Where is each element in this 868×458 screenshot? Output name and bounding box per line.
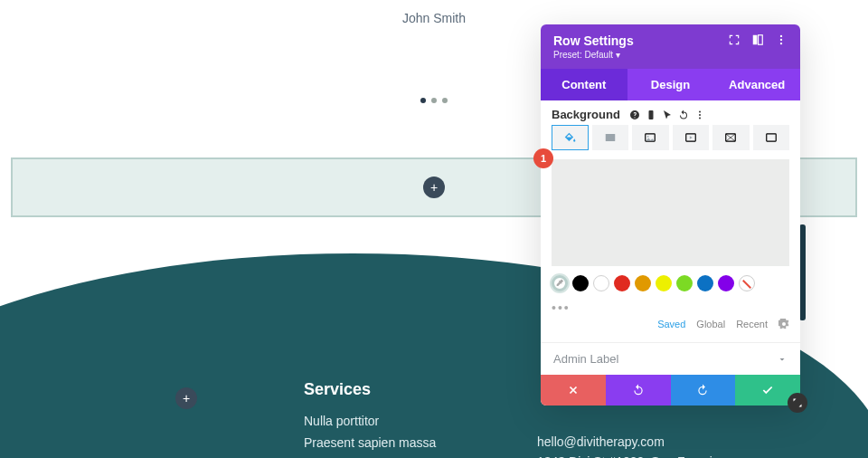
contact-address: 1343 Divi St #1000, San Francisco bbox=[537, 454, 732, 458]
svg-point-7 bbox=[699, 114, 701, 116]
swatch-black[interactable] bbox=[572, 275, 589, 291]
palette-saved[interactable]: Saved bbox=[657, 319, 685, 329]
add-module-button[interactable]: + bbox=[423, 177, 445, 198]
admin-label-toggle[interactable]: Admin Label bbox=[541, 342, 800, 375]
options-icon[interactable] bbox=[694, 110, 705, 120]
swatch-red[interactable] bbox=[614, 275, 630, 291]
svg-point-6 bbox=[699, 110, 701, 112]
modal-header[interactable]: Row Settings Preset: Default ▾ bbox=[541, 24, 800, 69]
tab-content[interactable]: Content bbox=[541, 69, 627, 100]
modal-title: Row Settings bbox=[553, 33, 728, 48]
background-label: Background bbox=[552, 108, 620, 121]
reset-icon[interactable] bbox=[678, 110, 689, 120]
chevron-down-icon bbox=[777, 354, 788, 365]
bg-type-mask[interactable] bbox=[753, 125, 790, 150]
swatch-white[interactable] bbox=[593, 275, 609, 291]
bg-type-image[interactable] bbox=[632, 125, 669, 150]
help-icon[interactable] bbox=[629, 110, 640, 120]
list-item[interactable]: Praesent sapien massa bbox=[304, 435, 436, 450]
services-heading: Services bbox=[304, 380, 436, 399]
swatch-green[interactable] bbox=[676, 275, 693, 291]
bg-type-video[interactable] bbox=[673, 125, 710, 150]
svg-point-11 bbox=[647, 136, 649, 138]
bg-type-pattern[interactable] bbox=[712, 125, 750, 150]
svg-rect-1 bbox=[759, 35, 763, 45]
palette-global[interactable]: Global bbox=[696, 319, 725, 329]
footer-contact: hello@divitherapy.com 1343 Divi St #1000… bbox=[537, 434, 732, 458]
palette-recent[interactable]: Recent bbox=[736, 319, 768, 329]
redo-button[interactable] bbox=[671, 375, 736, 406]
contact-email[interactable]: hello@divitherapy.com bbox=[537, 434, 732, 449]
phone-icon[interactable] bbox=[646, 110, 656, 120]
svg-rect-0 bbox=[753, 35, 758, 45]
svg-point-3 bbox=[780, 39, 782, 41]
cancel-button[interactable] bbox=[541, 375, 606, 406]
svg-point-4 bbox=[780, 43, 782, 44]
svg-rect-9 bbox=[606, 134, 616, 141]
bg-type-gradient[interactable] bbox=[592, 125, 629, 150]
scrollbar-indicator[interactable] bbox=[799, 224, 806, 320]
list-item[interactable]: Nulla porttitor bbox=[304, 414, 436, 428]
svg-point-8 bbox=[699, 117, 701, 119]
hover-icon[interactable] bbox=[662, 110, 673, 120]
undo-button[interactable] bbox=[606, 375, 671, 406]
swatch-yellow[interactable] bbox=[656, 275, 672, 291]
svg-point-2 bbox=[780, 35, 782, 37]
palette-gear-icon[interactable] bbox=[778, 319, 789, 329]
swatch-transparent[interactable] bbox=[739, 275, 755, 291]
step-badge: 1 bbox=[533, 148, 553, 168]
more-icon[interactable] bbox=[775, 33, 788, 46]
footer-services: Services Nulla porttitor Praesent sapien… bbox=[304, 380, 436, 458]
swatch-purple[interactable] bbox=[718, 275, 734, 291]
swatch-blue[interactable] bbox=[697, 275, 713, 291]
expand-icon[interactable] bbox=[728, 33, 741, 46]
row-settings-modal: Row Settings Preset: Default ▾ Content D… bbox=[541, 24, 800, 406]
swatch-orange[interactable] bbox=[635, 275, 651, 291]
color-picker-button[interactable] bbox=[552, 275, 568, 291]
author-name: John Smith bbox=[402, 11, 466, 25]
snap-icon[interactable] bbox=[751, 33, 764, 46]
svg-rect-14 bbox=[767, 134, 777, 141]
bg-type-color[interactable] bbox=[552, 125, 589, 150]
modal-tabs: Content Design Advanced bbox=[541, 69, 800, 100]
tab-advanced[interactable]: Advanced bbox=[713, 69, 800, 100]
add-section-button[interactable]: + bbox=[175, 387, 197, 409]
tab-design[interactable]: Design bbox=[627, 69, 714, 100]
background-preview[interactable] bbox=[552, 159, 789, 266]
preset-dropdown[interactable]: Preset: Default ▾ bbox=[553, 50, 728, 60]
more-swatches[interactable]: ••• bbox=[541, 297, 800, 315]
svg-rect-5 bbox=[648, 110, 653, 119]
carousel-dots[interactable] bbox=[420, 98, 448, 103]
resize-handle[interactable] bbox=[788, 393, 807, 413]
